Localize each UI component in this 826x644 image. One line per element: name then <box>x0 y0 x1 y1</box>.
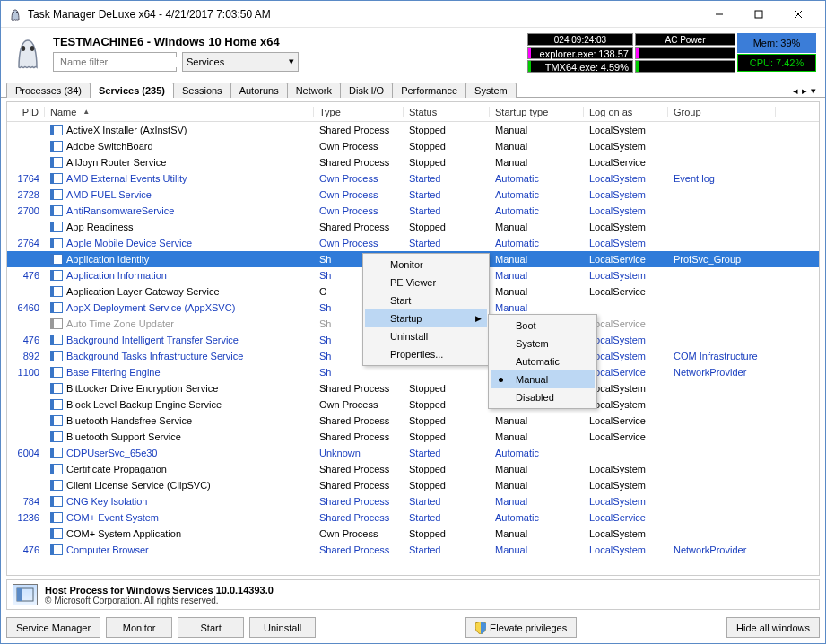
svg-rect-3 <box>755 11 762 18</box>
table-row[interactable]: Adobe SwitchBoardOwn ProcessStoppedManua… <box>7 138 819 154</box>
table-row[interactable]: 784CNG Key IsolationShared ProcessStarte… <box>7 493 819 509</box>
service-icon <box>50 286 63 297</box>
context-menu: MonitorPE ViewerStartStartup▶UninstallPr… <box>362 253 490 366</box>
service-icon <box>50 415 63 426</box>
menu-item[interactable]: Boot <box>491 317 595 335</box>
maximize-button[interactable] <box>739 2 778 27</box>
menu-item[interactable]: Properties... <box>365 345 487 363</box>
name-filter-input[interactable] <box>60 57 184 67</box>
svg-point-1 <box>16 12 18 13</box>
table-row[interactable]: 2764Apple Mobile Device ServiceOwn Proce… <box>7 235 819 251</box>
table-row[interactable]: COM+ System ApplicationOwn ProcessStoppe… <box>7 526 819 542</box>
menu-item[interactable]: Start <box>365 292 487 309</box>
minimize-button[interactable] <box>700 2 739 27</box>
table-row[interactable]: Certificate PropagationShared ProcessSto… <box>7 461 819 477</box>
menu-item[interactable]: Manual <box>491 370 595 388</box>
service-icon <box>50 270 63 281</box>
statusbar: Host Process for Windows Services 10.0.1… <box>6 579 820 610</box>
menu-item[interactable]: System <box>491 335 595 352</box>
machine-title: TESTMACHINE6 - Windows 10 Home x64 <box>53 35 520 48</box>
table-row[interactable]: 2728AMD FUEL ServiceOwn ProcessStartedAu… <box>7 187 819 203</box>
service-icon <box>50 318 63 329</box>
table-row[interactable]: 1100Base Filtering EngineShLocalServiceN… <box>7 364 819 380</box>
menu-item[interactable]: Automatic <box>491 352 595 370</box>
col-pid[interactable]: PID <box>7 107 45 117</box>
tab-scroll-left[interactable]: ◂ <box>793 85 798 97</box>
table-row[interactable]: 1236COM+ Event SystemShared ProcessStart… <box>7 509 819 526</box>
tab-services[interactable]: Services (235) <box>90 83 174 98</box>
service-icon <box>50 351 63 361</box>
service-icon <box>50 544 63 555</box>
tab-diskio[interactable]: Disk I/O <box>340 83 393 98</box>
table-row[interactable]: Bluetooth Support ServiceShared ProcessS… <box>7 429 819 445</box>
proc2-box: TMX64.exe: 4.59% <box>527 60 633 73</box>
cpu-box[interactable]: CPU: 7.42% <box>737 54 816 72</box>
table-row[interactable]: Block Level Backup Engine ServiceOwn Pro… <box>7 396 819 413</box>
close-button[interactable] <box>778 2 818 27</box>
service-icon <box>50 238 63 248</box>
tab-processes[interactable]: Processes (34) <box>6 83 91 98</box>
table-row[interactable]: 476Computer BrowserShared ProcessStarted… <box>7 542 819 558</box>
service-icon <box>50 431 63 442</box>
titlebar: Task Manager DeLuxe x64 - 4/21/2017 7:03… <box>1 1 825 28</box>
service-icon <box>50 189 63 200</box>
uptime-box: 024 09:24:03 <box>527 33 633 46</box>
tab-autoruns[interactable]: Autoruns <box>230 83 288 98</box>
table-row[interactable]: 2700AntiRansomwareServiceOwn ProcessStar… <box>7 203 819 219</box>
service-manager-button[interactable]: Service Manager <box>6 617 100 638</box>
tab-sessions[interactable]: Sessions <box>173 83 231 98</box>
ghost-icon <box>10 35 46 71</box>
table-row[interactable]: BitLocker Drive Encryption ServiceShared… <box>7 380 819 396</box>
shield-icon <box>475 622 486 634</box>
menu-item[interactable]: PE Viewer <box>365 274 487 292</box>
service-icon <box>50 222 63 232</box>
proc1-box2 <box>635 47 735 59</box>
menu-item[interactable]: Uninstall <box>365 327 487 345</box>
service-icon <box>50 125 63 135</box>
service-icon <box>50 528 63 539</box>
service-icon <box>50 512 63 523</box>
col-status[interactable]: Status <box>404 107 490 117</box>
bottom-toolbar: Service Manager Monitor Start Uninstall … <box>1 612 825 643</box>
col-startup[interactable]: Startup type <box>490 107 584 117</box>
service-icon <box>50 383 63 394</box>
table-row[interactable]: App ReadinessShared ProcessStoppedManual… <box>7 219 819 235</box>
menu-item[interactable]: Monitor <box>365 256 487 274</box>
table-row[interactable]: Bluetooth Handsfree ServiceShared Proces… <box>7 413 819 429</box>
filter-combo[interactable]: Services ▾ <box>182 52 299 72</box>
grid-header: PID Name▲ Type Status Startup type Log o… <box>7 102 819 122</box>
status-line2: © Microsoft Corporation. All rights rese… <box>45 596 274 605</box>
name-filter[interactable] <box>53 52 177 72</box>
start-button[interactable]: Start <box>178 617 244 638</box>
table-row[interactable]: Client License Service (ClipSVC)Shared P… <box>7 477 819 493</box>
uninstall-button[interactable]: Uninstall <box>249 617 316 638</box>
menu-item[interactable]: Disabled <box>491 388 595 406</box>
col-group[interactable]: Group <box>668 107 776 117</box>
tab-performance[interactable]: Performance <box>392 83 466 98</box>
menu-item[interactable]: Startup▶ <box>365 309 487 327</box>
monitor-button[interactable]: Monitor <box>106 617 172 638</box>
tab-scroll-right[interactable]: ▸ <box>802 85 807 97</box>
elevate-button[interactable]: Elevate privileges <box>465 617 577 638</box>
table-row[interactable]: AllJoyn Router ServiceShared ProcessStop… <box>7 154 819 170</box>
svg-rect-11 <box>17 588 22 601</box>
tab-dropdown-icon[interactable]: ▾ <box>811 85 816 97</box>
table-row[interactable]: ActiveX Installer (AxInstSV)Shared Proce… <box>7 122 819 138</box>
proc2-box2 <box>635 60 735 73</box>
service-icon <box>50 367 63 378</box>
service-icon <box>50 335 63 345</box>
mem-box[interactable]: Mem: 39% <box>737 33 816 53</box>
hide-windows-button[interactable]: Hide all windows <box>726 617 820 638</box>
table-row[interactable]: 1764AMD External Events UtilityOwn Proce… <box>7 170 819 187</box>
col-name[interactable]: Name▲ <box>45 107 314 117</box>
tabs: Processes (34) Services (235) Sessions A… <box>1 78 825 98</box>
table-row[interactable]: 6004CDPUserSvc_65e30UnknownStartedAutoma… <box>7 445 819 461</box>
service-icon <box>50 480 63 491</box>
col-logon[interactable]: Log on as <box>584 107 668 117</box>
tab-system[interactable]: System <box>465 83 517 98</box>
proc1-box: explorer.exe: 138.57 MB <box>527 47 633 59</box>
tab-network[interactable]: Network <box>287 83 341 98</box>
col-type[interactable]: Type <box>314 107 404 117</box>
status-line1: Host Process for Windows Services 10.0.1… <box>45 585 274 596</box>
service-icon <box>50 173 63 184</box>
